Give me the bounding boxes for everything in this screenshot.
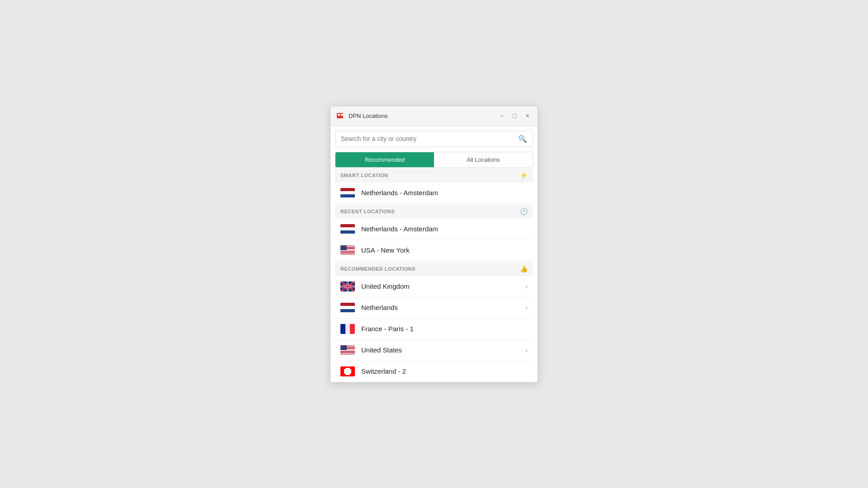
section-label-recent: RECENT LOCATIONS	[340, 209, 395, 214]
location-name: Netherlands - Amsterdam	[361, 225, 528, 233]
section-header-recent: RECENT LOCATIONS 🕐	[335, 204, 533, 219]
app-logo-icon	[336, 111, 345, 120]
search-input[interactable]	[341, 135, 518, 142]
list-item[interactable]: Netherlands - Amsterdam	[335, 183, 533, 204]
flag-netherlands	[340, 303, 355, 313]
section-header-recommended-locations: RECOMMENDED LOCATIONS 👍	[335, 262, 533, 276]
flag-uk	[340, 282, 355, 291]
minimize-button[interactable]: −	[497, 111, 506, 120]
maximize-button[interactable]: □	[510, 111, 519, 120]
location-name: Netherlands	[361, 304, 525, 311]
list-item[interactable]: France - Paris - 1	[335, 319, 533, 340]
tab-all-locations[interactable]: All Locations	[434, 152, 533, 167]
tab-recommended[interactable]: Recommended	[335, 152, 434, 167]
location-name: Switzerland - 2	[361, 367, 528, 375]
titlebar-left: DPN Locations	[336, 111, 388, 120]
svg-rect-3	[341, 114, 343, 116]
list-item[interactable]: United States ›	[335, 340, 533, 361]
location-name: United States	[361, 346, 525, 354]
list-item[interactable]: Netherlands - Amsterdam	[335, 219, 533, 240]
flag-switzerland	[340, 366, 355, 376]
location-name: United Kingdom	[361, 282, 525, 290]
bolt-icon: ⚡	[520, 172, 528, 179]
clock-icon: 🕐	[520, 208, 528, 215]
flag-netherlands	[340, 188, 355, 198]
search-icon: 🔍	[518, 135, 527, 143]
app-window: DPN Locations − □ × 🔍 Recommended All Lo…	[330, 106, 538, 383]
list-item[interactable]: Netherlands ›	[335, 297, 533, 319]
window-title: DPN Locations	[349, 113, 388, 119]
titlebar-controls: − □ ×	[497, 111, 532, 120]
location-name: USA - New York	[361, 246, 528, 254]
main-content: 🔍 Recommended All Locations SMART LOCATI…	[330, 126, 538, 382]
search-bar: 🔍	[335, 131, 533, 147]
thumbsup-icon: 👍	[520, 265, 528, 272]
list-item[interactable]: United Kingdom ›	[335, 276, 533, 297]
chevron-right-icon: ›	[525, 346, 528, 354]
list-item[interactable]: USA - New York	[335, 240, 533, 261]
flag-usa	[340, 345, 355, 355]
chevron-right-icon: ›	[525, 304, 528, 312]
section-label-recommended: RECOMMENDED LOCATIONS	[340, 266, 415, 272]
close-button[interactable]: ×	[523, 111, 532, 120]
flag-netherlands	[340, 224, 355, 234]
list-item[interactable]: Switzerland - 2	[335, 361, 533, 382]
titlebar: DPN Locations − □ ×	[330, 106, 538, 126]
svg-rect-2	[338, 114, 340, 116]
section-header-smart-location: SMART LOCATION ⚡	[335, 168, 533, 183]
flag-usa	[340, 245, 355, 255]
section-label-smart: SMART LOCATION	[340, 173, 388, 178]
chevron-right-icon: ›	[525, 282, 528, 291]
location-name: Netherlands - Amsterdam	[361, 189, 528, 197]
tab-row: Recommended All Locations	[335, 152, 533, 168]
location-name: France - Paris - 1	[361, 325, 528, 333]
flag-france	[340, 324, 355, 334]
